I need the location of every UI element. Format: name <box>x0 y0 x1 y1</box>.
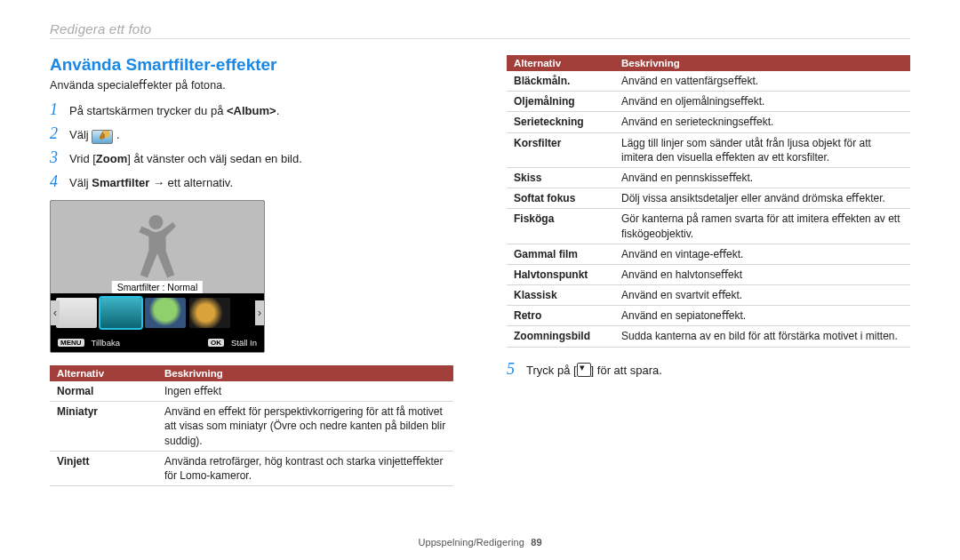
page-number: 89 <box>531 537 541 548</box>
col-alternativ: Alternativ <box>507 55 614 71</box>
step-number: 4 <box>50 172 69 191</box>
option-desc: Använd en serieteckningseﬀekt. <box>614 112 910 132</box>
option-name: Vinjett <box>50 451 157 485</box>
option-desc: Ingen eﬀekt <box>157 381 453 402</box>
col-beskrivning: Beskrivning <box>614 55 910 71</box>
table-row: VinjettAnvända retrofärger, hög kontrast… <box>50 451 453 485</box>
table-row: KlassiskAnvänd en svartvit eﬀekt. <box>507 285 910 306</box>
table-row: NormalIngen eﬀekt <box>50 381 453 402</box>
option-desc: Använd en oljemålningseﬀekt. <box>614 92 910 112</box>
col-alternativ: Alternativ <box>50 365 157 381</box>
option-name: Fisköga <box>507 209 614 244</box>
step-number: 2 <box>50 124 69 143</box>
step-number: 5 <box>507 360 526 379</box>
option-name: Miniatyr <box>50 402 157 452</box>
step-5: Tryck på [] för att spara. <box>526 363 662 377</box>
step-3: Vrid [Zoom] åt vänster och välj sedan en… <box>69 152 302 165</box>
arrow-right-icon[interactable]: › <box>255 300 264 325</box>
option-name: Normal <box>50 381 157 402</box>
table-row: SkissAnvänd en pennskisseﬀekt. <box>507 167 910 188</box>
section-title: Använda Smartfilter-effekter <box>50 55 453 75</box>
option-name: Klassisk <box>507 285 614 306</box>
step-number: 3 <box>50 148 69 167</box>
steps-list-cont: 5 Tryck på [] för att spara. <box>507 360 910 379</box>
menu-label: Tillbaka <box>92 338 120 348</box>
step-4: Välj Smartfilter → ett alternativ. <box>69 176 233 189</box>
table-row: HalvtonspunktAnvänd en halvtonseﬀekt <box>507 264 910 284</box>
option-desc: Gör kanterna på ramen svarta för att imi… <box>614 209 910 244</box>
thumbnail[interactable] <box>189 298 230 328</box>
page-footer: Uppspelning/Redigering 89 <box>0 537 960 548</box>
table-row: MiniatyrAnvänd en eﬀekt för perspektivko… <box>50 402 453 452</box>
option-name: Retro <box>507 306 614 326</box>
option-desc: Använd en svartvit eﬀekt. <box>614 285 910 306</box>
table-row: OljemålningAnvänd en oljemålningseﬀekt. <box>507 92 910 112</box>
option-desc: Använd en vintage-eﬀekt. <box>614 244 910 264</box>
thumbnail[interactable] <box>145 298 186 328</box>
footer-section: Uppspelning/Redigering <box>418 537 524 548</box>
option-desc: Använd en vattenfärgseﬀekt. <box>614 71 910 92</box>
option-name: Korsfilter <box>507 132 614 167</box>
device-preview: Smartﬁlter : Normal ‹ › MENU Tillbaka OK… <box>50 200 265 353</box>
share-icon <box>577 363 591 377</box>
option-desc: Använd en eﬀekt för perspektivkorrigerin… <box>157 402 453 452</box>
edit-icon <box>92 130 113 144</box>
option-name: Zoomningsbild <box>507 326 614 347</box>
option-desc: Dölj vissa ansiktsdetaljer eller använd … <box>614 188 910 209</box>
filter-label: Smartﬁlter : Normal <box>112 281 203 293</box>
silhouette-icon <box>122 208 193 279</box>
options-table-left: Alternativ Beskrivning NormalIngen eﬀekt… <box>50 365 453 486</box>
step-number: 1 <box>50 100 69 119</box>
thumbnail-selected[interactable] <box>100 298 141 328</box>
table-row: RetroAnvänd en sepiatoneﬀekt. <box>507 306 910 326</box>
arrow-left-icon[interactable]: ‹ <box>51 300 60 325</box>
option-desc: Använd en pennskisseﬀekt. <box>614 167 910 188</box>
col-beskrivning: Beskrivning <box>157 365 453 381</box>
options-table-right: Alternativ Beskrivning Bläckmåln.Använd … <box>507 55 910 348</box>
thumbnail-strip: ‹ › <box>51 293 264 332</box>
thumbnail[interactable] <box>56 298 97 328</box>
table-row: Softat fokusDölj vissa ansiktsdetaljer e… <box>507 188 910 209</box>
option-name: Skiss <box>507 167 614 188</box>
table-row: SerieteckningAnvänd en serieteckningseﬀe… <box>507 112 910 132</box>
step-2: Välj . <box>69 128 120 143</box>
svg-point-0 <box>148 215 163 229</box>
left-column: Använda Smartfilter-effekter Använda spe… <box>50 55 453 486</box>
device-softkey-bar: MENU Tillbaka OK Ställ In <box>51 332 264 352</box>
option-name: Bläckmåln. <box>507 71 614 92</box>
option-desc: Använd en halvtonseﬀekt <box>614 264 910 284</box>
section-subtitle: Använda specialeﬀekter på fotona. <box>50 78 453 92</box>
breadcrumb: Redigera ett foto <box>50 21 910 39</box>
ok-key: OK <box>208 339 224 347</box>
steps-list: 1 På startskärmen trycker du på <Album>.… <box>50 100 453 191</box>
preview-photo: Smartﬁlter : Normal <box>51 201 264 293</box>
option-desc: Använda retrofärger, hög kontrast och st… <box>157 451 453 485</box>
option-desc: Lägg till linjer som sänder utåt från lj… <box>614 132 910 167</box>
right-column: Alternativ Beskrivning Bläckmåln.Använd … <box>507 55 910 486</box>
option-name: Gammal film <box>507 244 614 264</box>
table-row: FiskögaGör kanterna på ramen svarta för … <box>507 209 910 244</box>
option-desc: Sudda kanterna av en bild för att förstä… <box>614 326 910 347</box>
table-row: ZoomningsbildSudda kanterna av en bild f… <box>507 326 910 347</box>
table-row: KorsfilterLägg till linjer som sänder ut… <box>507 132 910 167</box>
option-name: Serieteckning <box>507 112 614 132</box>
option-name: Softat fokus <box>507 188 614 209</box>
option-name: Halvtonspunkt <box>507 264 614 284</box>
option-name: Oljemålning <box>507 92 614 112</box>
step-1: På startskärmen trycker du på <Album>. <box>69 104 279 117</box>
ok-label: Ställ In <box>231 338 257 348</box>
table-row: Gammal filmAnvänd en vintage-eﬀekt. <box>507 244 910 264</box>
table-row: Bläckmåln.Använd en vattenfärgseﬀekt. <box>507 71 910 92</box>
option-desc: Använd en sepiatoneﬀekt. <box>614 306 910 326</box>
menu-key: MENU <box>58 339 84 347</box>
